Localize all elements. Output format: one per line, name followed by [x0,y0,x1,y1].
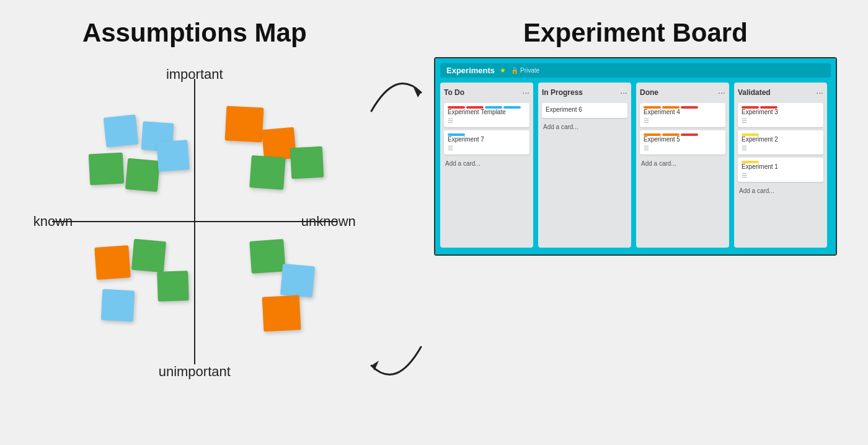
card-checklist-icon: ☰ [644,145,722,151]
column-todo: To Do···Experiment Template☰Experiment 7… [440,83,533,248]
sticky-note-12 [100,289,135,321]
assumptions-map-title: Assumptions Map [82,18,307,48]
column-inprogress: In Progress···Experiment 6Add a card... [538,83,631,248]
card-title-validated-1: Experiment 2 [742,136,820,143]
card-tag-0 [448,133,465,136]
card-tag-2 [681,106,698,109]
add-card-done[interactable]: Add a card... [640,158,725,169]
card-tag-3 [503,106,521,109]
trello-board: Experiments ★ 🔒 Private To Do···Experime… [435,58,836,254]
sticky-note-14 [280,263,315,297]
column-header-validated: Validated··· [738,88,823,97]
card-title-todo-0: Experiment Template [448,109,526,115]
label-unimportant: unimportant [159,364,231,380]
card-validated-1[interactable]: Experiment 2☰ [738,130,823,155]
column-title-done: Done [640,88,658,97]
card-tags [448,106,526,109]
card-title-done-0: Experiment 4 [644,109,722,115]
card-tag-0 [742,161,759,163]
column-done: Done···Experiment 4☰Experiment 5☰Add a c… [636,83,729,248]
sticky-note-9 [94,245,130,280]
board-header: Experiments ★ 🔒 Private [440,63,831,78]
card-checklist-icon: ☰ [742,172,820,179]
column-header-done: Done··· [640,88,725,97]
lock-icon: 🔒 [511,67,518,74]
column-menu-inprogress[interactable]: ··· [620,88,627,97]
card-tag-1 [662,106,680,109]
card-tag-2 [681,133,698,136]
card-tag-0 [644,106,661,109]
card-title-done-1: Experiment 5 [644,136,722,143]
card-checklist-icon: ☰ [742,117,820,124]
column-menu-todo[interactable]: ··· [522,88,529,97]
card-tag-1 [760,106,777,109]
card-todo-0[interactable]: Experiment Template☰ [444,103,529,127]
sticky-note-5 [224,106,264,142]
sticky-note-10 [131,238,166,272]
right-side: Experiment Board Experiments ★ 🔒 Private… [434,12,837,434]
card-tag-1 [662,133,680,136]
main-container: Assumptions Map important unimportant kn… [31,12,837,434]
card-checklist-icon: ☰ [644,117,722,124]
sticky-note-4 [156,140,189,171]
board-name: Experiments [446,66,495,75]
column-menu-validated[interactable]: ··· [816,88,823,97]
card-title-validated-2: Experiment 1 [742,163,820,170]
bottom-arrow [359,335,433,397]
top-arrow [359,61,433,124]
add-card-todo[interactable]: Add a card... [444,158,529,169]
card-done-0[interactable]: Experiment 4☰ [640,103,725,127]
card-todo-1[interactable]: Experiment 7☰ [444,130,529,155]
add-card-inprogress[interactable]: Add a card... [542,121,627,133]
card-checklist-icon: ☰ [448,145,526,151]
sticky-note-2 [88,152,124,185]
sticky-note-13 [249,239,285,274]
sticky-note-0 [103,114,138,147]
card-title-todo-1: Experiment 7 [448,136,526,143]
star-icon: ★ [500,66,506,74]
card-tag-0 [742,133,759,136]
card-checklist-icon: ☰ [448,117,526,124]
card-checklist-icon: ☰ [742,145,820,151]
column-header-inprogress: In Progress··· [542,88,627,97]
vertical-axis [194,79,195,364]
svg-marker-1 [371,361,379,371]
left-side: Assumptions Map important unimportant kn… [31,12,358,434]
card-title-inprogress-0: Experiment 6 [546,106,624,113]
card-validated-0[interactable]: Experiment 3☰ [738,103,823,127]
card-tag-0 [742,106,759,109]
card-tag-2 [485,106,502,109]
sticky-note-3 [125,158,160,191]
card-validated-2[interactable]: Experiment 1☰ [738,158,823,182]
card-tag-1 [466,106,484,109]
column-header-todo: To Do··· [444,88,529,97]
sticky-note-8 [290,146,324,179]
board-columns: To Do···Experiment Template☰Experiment 7… [440,83,831,248]
column-title-validated: Validated [738,88,771,97]
card-tag-0 [644,133,661,136]
add-card-validated[interactable]: Add a card... [738,185,823,197]
column-title-todo: To Do [444,88,464,97]
card-tag-0 [448,106,465,109]
sticky-note-15 [262,295,301,331]
sticky-note-7 [249,155,285,190]
column-title-inprogress: In Progress [542,88,583,97]
sticky-note-11 [157,271,189,302]
column-menu-done[interactable]: ··· [718,88,725,97]
card-done-1[interactable]: Experiment 5☰ [640,130,725,155]
board-wrapper: Experiments ★ 🔒 Private To Do···Experime… [434,57,837,256]
column-validated: Validated···Experiment 3☰Experiment 2☰Ex… [734,83,827,248]
board-privacy: 🔒 Private [511,67,539,74]
card-inprogress-0[interactable]: Experiment 6 [542,103,627,118]
assumptions-map: important unimportant known unknown [33,60,356,383]
experiment-board-title: Experiment Board [523,18,748,48]
card-title-validated-0: Experiment 3 [742,109,820,115]
